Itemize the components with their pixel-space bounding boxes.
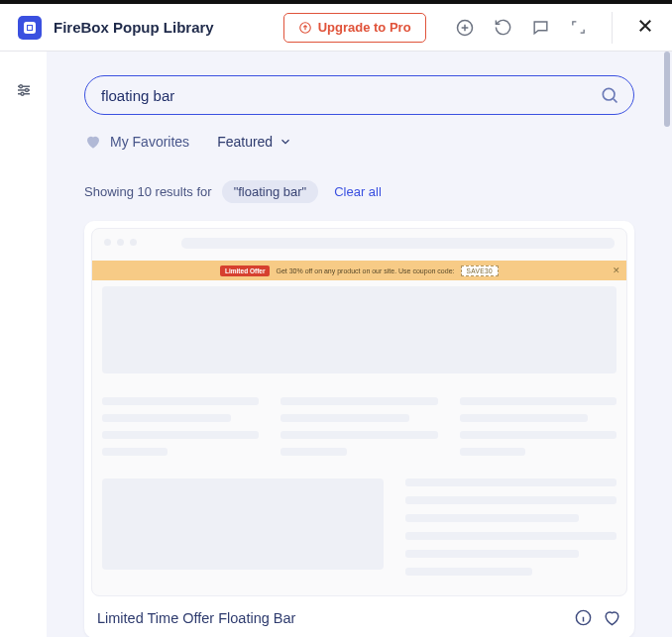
banner-text: Get 30% off on any product on our site. … bbox=[276, 267, 454, 274]
info-icon bbox=[574, 608, 593, 627]
results-summary: Showing 10 results for "floating bar" Cl… bbox=[84, 180, 634, 203]
thumb-lower bbox=[102, 478, 616, 585]
app-logo-glyph bbox=[24, 22, 36, 34]
heart-icon bbox=[84, 133, 102, 151]
sliders-icon bbox=[15, 81, 33, 99]
svg-point-4 bbox=[21, 92, 24, 95]
main-panel: My Favorites Featured Showing 10 results… bbox=[47, 52, 672, 637]
search-button[interactable] bbox=[600, 85, 619, 105]
header-actions bbox=[455, 12, 658, 44]
query-chip[interactable]: "floating bar" bbox=[222, 180, 319, 203]
heart-outline-icon bbox=[603, 608, 621, 627]
upgrade-button[interactable]: Upgrade to Pro bbox=[283, 13, 426, 43]
results-prefix: Showing 10 results for bbox=[84, 184, 212, 199]
app-header: FireBox Popup Library Upgrade to Pro bbox=[0, 4, 672, 52]
filter-row: My Favorites Featured bbox=[84, 133, 634, 151]
refresh-icon bbox=[494, 18, 512, 37]
template-thumbnail: Limited Offer Get 30% off on any product… bbox=[91, 228, 627, 596]
thumb-columns bbox=[102, 397, 616, 456]
svg-point-5 bbox=[603, 88, 615, 100]
svg-point-3 bbox=[25, 89, 28, 92]
chat-icon bbox=[531, 18, 550, 37]
app-title: FireBox Popup Library bbox=[54, 19, 214, 36]
upgrade-label: Upgrade to Pro bbox=[318, 20, 411, 35]
floating-bar-preview: Limited Offer Get 30% off on any product… bbox=[92, 261, 626, 280]
my-favorites-link[interactable]: My Favorites bbox=[84, 133, 189, 151]
thumb-hero-placeholder bbox=[102, 286, 616, 373]
plus-circle-icon bbox=[455, 18, 475, 38]
browser-urlbar-placeholder bbox=[181, 238, 615, 249]
header-divider bbox=[612, 12, 613, 44]
info-button[interactable] bbox=[574, 608, 593, 627]
template-title: Limited Time Offer Floating Bar bbox=[97, 610, 295, 626]
app-logo bbox=[18, 16, 42, 40]
template-card[interactable]: Limited Offer Get 30% off on any product… bbox=[84, 221, 634, 637]
scrollbar-thumb[interactable] bbox=[664, 52, 670, 127]
chevron-down-icon bbox=[279, 135, 292, 149]
sort-dropdown[interactable]: Featured bbox=[217, 134, 292, 150]
filters-toggle[interactable] bbox=[15, 81, 33, 637]
banner-close-icon: ✕ bbox=[613, 265, 620, 275]
left-rail bbox=[0, 52, 47, 637]
refresh-button[interactable] bbox=[493, 18, 512, 38]
clear-all-link[interactable]: Clear all bbox=[334, 184, 382, 199]
search-input[interactable] bbox=[101, 87, 600, 104]
banner-code: SAVE30 bbox=[461, 265, 500, 276]
expand-icon bbox=[570, 19, 587, 36]
expand-button[interactable] bbox=[568, 18, 588, 38]
close-button[interactable] bbox=[632, 15, 658, 41]
card-footer: Limited Time Offer Floating Bar bbox=[91, 596, 627, 631]
add-button[interactable] bbox=[455, 18, 475, 38]
card-actions bbox=[574, 608, 621, 627]
search-icon bbox=[600, 85, 619, 105]
svg-point-2 bbox=[19, 85, 22, 88]
favorites-label: My Favorites bbox=[110, 134, 189, 150]
favorite-button[interactable] bbox=[603, 608, 621, 627]
banner-badge: Limited Offer bbox=[220, 265, 270, 276]
close-icon bbox=[636, 17, 654, 35]
search-field[interactable] bbox=[84, 75, 634, 115]
feedback-button[interactable] bbox=[530, 18, 550, 38]
sort-label: Featured bbox=[217, 134, 273, 150]
upgrade-arrow-icon bbox=[298, 21, 312, 35]
